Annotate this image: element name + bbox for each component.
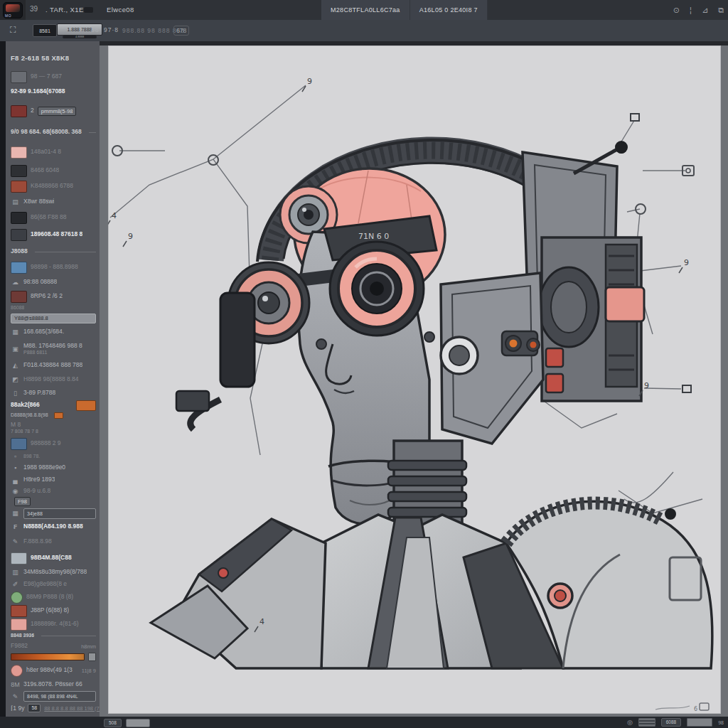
sidebar-row-stat[interactable]: ⌈1 9y5888 8.8 8.8 88 88 198 (788) — [6, 702, 100, 714]
status-left-button[interactable]: 508 — [104, 719, 122, 727]
status-right-button[interactable]: 6088 — [661, 718, 681, 727]
canvas-marker-circle — [636, 204, 646, 214]
row-text: 86(68 F88 88 — [31, 214, 67, 221]
stats-icon[interactable]: ⊿ — [702, 6, 708, 14]
menu-item-file[interactable]: . TAR., X1E — [46, 6, 84, 14]
menu-glyph-icon[interactable]: 39 — [30, 5, 38, 13]
doc-tab-2[interactable]: A16L05 0 2E40I8 7 — [410, 0, 488, 20]
app-logo[interactable]: MO — [0, 0, 26, 20]
row-text: F.888.8.98 — [23, 538, 52, 545]
menu-item-view[interactable]: Elwce08 — [107, 6, 134, 14]
sidebar-row-item[interactable]: 86(68 F88 88 — [6, 210, 100, 225]
row-text: 168.685(3/684. — [23, 328, 64, 336]
sidebar-row-item[interactable]: ▄H8re9 1893 — [6, 474, 100, 486]
sidebar-row-item[interactable]: ▫898 78. — [6, 451, 100, 461]
row-text: 98 — 7 687 — [31, 73, 62, 80]
sidebar-row-item[interactable]: 8RP6 2 /6 2 — [6, 289, 100, 304]
sidebar-row-item[interactable]: ◉98-9 u.6.8 — [6, 486, 100, 496]
sidebar-row-item[interactable]: 8M319s.8078. P8sser 66 — [6, 679, 100, 690]
row-label: ⌈1 9y — [11, 705, 24, 712]
sidebar-row-item[interactable]: 88ak2(866 — [6, 400, 100, 411]
row-right-text: h8mm — [81, 643, 96, 650]
sidebar-row-item[interactable]: ▦168.685(3/684. — [6, 324, 100, 340]
sidebar-row-item[interactable]: ▥34M8s8u38my98(8/788 — [6, 566, 100, 578]
sidebar-row-inp[interactable]: Y88@s8888.8 — [6, 313, 100, 324]
sidebar-row-sec[interactable]: 9/0 98 684. 68(68008. 368 — [6, 123, 100, 141]
status-circle-icon[interactable]: ◎ — [627, 719, 633, 726]
svg-text:9: 9 — [307, 77, 312, 86]
sidebar-row-item[interactable]: 92-89 9.1684(67088 — [6, 85, 100, 99]
sidebar-row-item[interactable]: F98 — [6, 496, 100, 507]
row-handle[interactable] — [88, 653, 96, 661]
status-left-button-2[interactable] — [126, 719, 150, 727]
sidebar-row-item[interactable]: 189608.48 87618 8 — [6, 225, 100, 244]
row-input-field[interactable]: Y88@s8888.8 — [11, 314, 96, 323]
toolbar-value-field[interactable]: 8581 — [33, 24, 57, 37]
menu-thumb-icon[interactable] — [84, 7, 93, 13]
row-icon: ▫ — [11, 453, 20, 460]
status-field[interactable] — [687, 718, 712, 727]
row-text: X8wr 88swi — [23, 198, 54, 205]
sidebar-row-item[interactable]: 988888 2 9 — [6, 436, 100, 451]
sidebar-row-item[interactable]: 1888898r. 4(81-6) — [6, 618, 100, 631]
sidebar-row-item[interactable]: 86088 — [6, 304, 100, 313]
toolbar-icon-a[interactable]: 88 — [91, 26, 99, 33]
row-input-field[interactable]: 8498, 98 (88 898 4N4L — [23, 691, 96, 702]
sidebar-row-sec[interactable]: J8088 — [6, 244, 100, 259]
sidebar-row-item[interactable]: ◩H8898 98(8888 8.84 — [6, 373, 100, 387]
sidebar-row-hdr[interactable]: F8 2-618 58 X8K8 — [6, 41, 100, 69]
row-icon: ◉ — [11, 488, 20, 495]
row-icon: ✎ — [11, 538, 20, 545]
sidebar-row-item[interactable]: 2pmmm8(5-98 — [6, 99, 100, 123]
sidebar-row-item[interactable]: 88M9 P888 (8 (8) — [6, 591, 100, 604]
sidebar-row-sec[interactable]: 8848 3936 — [6, 631, 100, 641]
row-mini-button[interactable]: 58 — [28, 704, 41, 712]
sidebar-row-item[interactable]: 98898 - 888.8988 — [6, 259, 100, 275]
sidebar-row-bar[interactable] — [6, 652, 100, 662]
status-stripes-icon[interactable] — [638, 718, 655, 727]
sidebar-row-item[interactable]: ✎F.888.8.98 — [6, 533, 100, 550]
sidebar-row-inp2[interactable]: ✎8498, 98 (88 898 4N4L — [6, 690, 100, 702]
sidebar-row-item[interactable]: ▤X8wr 88swi — [6, 194, 100, 210]
pin-icon[interactable]: ¦ — [690, 6, 692, 14]
row-thumbnail — [11, 212, 27, 224]
row-icon: ▦ — [11, 328, 20, 336]
sidebar-row-item[interactable]: ▪1988 9888e9e0 — [6, 461, 100, 474]
sidebar-row-item[interactable]: ◭F018.438884 888 788 — [6, 358, 100, 373]
row-icon: ✎ — [11, 693, 20, 700]
row-icon: ☁ — [11, 279, 20, 286]
doc-tab-1[interactable]: M28C8TFLA0LL6C7aa — [321, 0, 410, 20]
sidebar-row-item[interactable]: F9882h8mm — [6, 641, 100, 652]
sidebar-row-item[interactable]: ☁98:88 08888 — [6, 275, 100, 289]
sidebar-row-item[interactable]: ✐E98)g8e988(8 e — [6, 578, 100, 591]
row-icon: ₣ — [11, 523, 20, 530]
sidebar-row-inp2[interactable]: ▦34)e88 — [6, 507, 100, 520]
canvas[interactable]: 71N 6 0 — [108, 46, 721, 714]
sidebar-row-item[interactable]: ▣M88. 17648486 988 8P888 6811 — [6, 340, 100, 358]
sidebar-row-item[interactable]: h8er 988v(49 1(311|8 9 — [6, 662, 100, 679]
row-thumbnail — [11, 71, 27, 83]
sidebar-row-item[interactable]: M 87 808 78 7 8 — [6, 420, 100, 436]
sidebar-row-item[interactable]: ₣N8888(A84.190 8.988 — [6, 520, 100, 533]
row-thumbnail — [11, 552, 27, 564]
sidebar-row-item[interactable]: 98B4M.88(C88 — [6, 550, 100, 566]
toolbar-badge[interactable]: 678 — [173, 26, 189, 36]
row-text: N8888(A84.190 8.988 — [23, 523, 83, 530]
sidebar-row-item[interactable]: ▯3-89 P.8788 — [6, 387, 100, 400]
row-thumbnail — [11, 438, 27, 450]
sidebar-row-item[interactable]: J88P (6(88) 8) — [6, 604, 100, 618]
toolbar-icon-b[interactable]: 97·8 — [104, 26, 119, 33]
layout-icon[interactable]: ⧉ — [718, 6, 724, 14]
row-text: F018.438884 888 788 — [23, 362, 82, 369]
sidebar-row-item[interactable]: 98 — 7 687 — [6, 69, 100, 85]
row-icon: ▤ — [11, 198, 20, 205]
row-input-field[interactable]: 34)e88 — [23, 508, 96, 519]
sidebar-row-item[interactable]: 8468 6048 — [6, 163, 100, 178]
share-icon[interactable]: ⊙ — [673, 6, 680, 14]
sidebar-row-item[interactable]: K8488868 6788 — [6, 178, 100, 194]
sidebar-row-item[interactable]: 148a01-4 8 — [6, 141, 100, 163]
sidebar-row-item[interactable]: D8888(98.8.8(98 — [6, 411, 100, 420]
transform-tool-icon[interactable]: ⛶ — [10, 25, 16, 35]
row-text: 898 78. — [23, 454, 40, 459]
row-thumbnail — [11, 605, 27, 617]
